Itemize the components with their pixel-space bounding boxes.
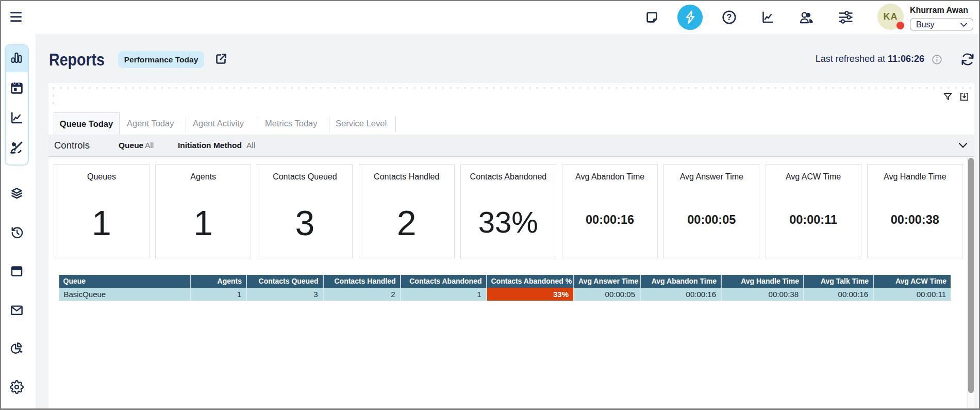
svg-text:?: ?	[727, 13, 732, 22]
